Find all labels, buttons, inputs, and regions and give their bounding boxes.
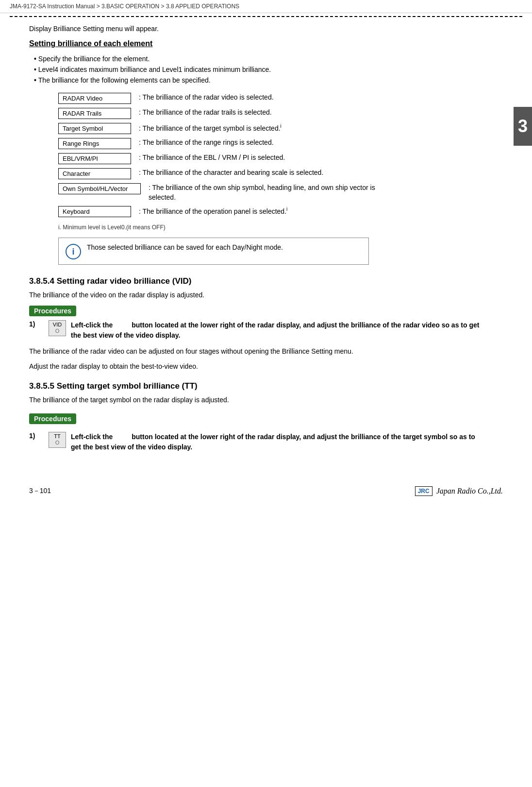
subsection-intro-385-5: The brilliance of the target symbol on t… [29,396,485,404]
element-row: Keyboard : The brilliance of the operati… [58,206,398,217]
section-385-5: 3.8.5.5 Setting target symbol brilliance… [29,381,485,452]
element-desc-radar-trails: : The brilliance of the radar trails is … [139,108,272,118]
note-385-4-2: Adjust the radar display to obtain the b… [29,361,485,372]
element-box-own-symbol: Own Symbol/HL/Vector [58,183,141,194]
bullet-item: Level4 indicates maximum brilliance and … [34,66,485,73]
section-385-4: 3.8.5.4 Setting radar video brilliance (… [29,276,485,372]
element-box-range-rings: Range Rings [58,138,131,149]
element-row: RADAR Video : The brilliance of the rada… [58,93,398,104]
intro-text: Display Brilliance Setting menu will app… [29,25,485,33]
element-row: Own Symbol/HL/Vector : The brilliance of… [58,183,398,202]
section-title: Setting brilliance of each element [29,39,485,48]
element-row: EBL/VRM/PI : The brilliance of the EBL /… [58,153,398,164]
info-icon: i [66,244,81,259]
element-desc-range-rings: : The brilliance of the range rings is s… [139,138,274,148]
element-desc-own-symbol: : The brilliance of the own ship symbol,… [149,183,398,202]
jrc-logo: JRC [415,486,432,496]
element-box-target-symbol: Target Symbol [58,123,131,134]
bullet-list: Specify the brilliance for the element. … [29,55,485,84]
tt-button: TT O [49,432,66,447]
element-box-character: Character [58,168,131,179]
element-desc-radar-video: : The brilliance of the radar video is s… [139,93,274,103]
bullet-item: The brilliance for the following element… [34,76,485,84]
footer-logo: JRC Japan Radio Co.,Ltd. [415,486,503,496]
element-box-radar-trails: RADAR Trails [58,108,131,119]
procedures-badge-385-5: Procedures [29,413,76,424]
footnote: i. Minimum level is Level0.(it means OFF… [58,224,485,231]
procedures-badge-385-4: Procedures [29,306,76,316]
elements-table: RADAR Video : The brilliance of the rada… [58,93,398,217]
company-name: Japan Radio Co.,Ltd. [436,487,503,496]
step-content-385-5-1: Left-click the button located at the low… [71,432,485,452]
element-box-keyboard: Keyboard [58,206,131,217]
info-text: Those selected brilliance can be saved f… [87,243,283,253]
element-desc-ebl-vrm-pi: : The brilliance of the EBL / VRM / PI i… [139,153,285,163]
element-box-radar-video: RADAR Video [58,93,131,104]
step-number-385-5-1: 1) [29,432,41,440]
element-desc-character: : The brilliance of the character and be… [139,168,323,178]
chapter-tab: 3 [514,107,532,146]
step-content-385-4-1: Left-click the button located at the low… [71,320,485,341]
element-box-ebl-vrm-pi: EBL/VRM/PI [58,153,131,164]
element-row: RADAR Trails : The brilliance of the rad… [58,108,398,119]
breadcrumb: JMA-9172-SA Instruction Manual > 3.BASIC… [0,0,532,13]
subsection-heading-385-4: 3.8.5.4 Setting radar video brilliance (… [29,276,485,286]
step-number-385-4-1: 1) [29,320,41,328]
note-385-4-1: The brilliance of the radar video can be… [29,346,485,357]
element-row: Range Rings : The brilliance of the rang… [58,138,398,149]
element-desc-target-symbol: : The brilliance of the target symbol is… [139,123,282,133]
bullet-item: Specify the brilliance for the element. [34,55,485,63]
element-row: Character : The brilliance of the charac… [58,168,398,179]
footer-page-number: 3－101 [29,487,51,496]
element-row: Target Symbol : The brilliance of the ta… [58,123,398,134]
info-box: i Those selected brilliance can be saved… [58,238,369,265]
subsection-intro-385-4: The brilliance of the video on the radar… [29,291,485,299]
dashed-divider [10,16,522,17]
vid-button: VID O [49,320,66,336]
footer: 3－101 JRC Japan Radio Co.,Ltd. [0,481,532,501]
element-desc-keyboard: : The brilliance of the operation panel … [139,206,287,216]
subsection-heading-385-5: 3.8.5.5 Setting target symbol brilliance… [29,381,485,391]
